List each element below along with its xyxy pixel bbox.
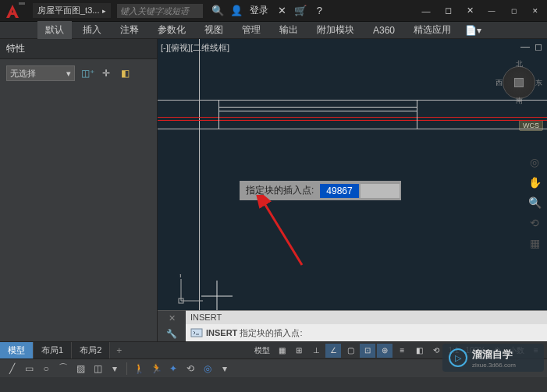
doc-minimize-button[interactable]: — [483, 4, 500, 18]
exchange-icon[interactable]: ✕ [276, 5, 287, 16]
status-grid-icon[interactable]: ▦ [274, 344, 289, 358]
tool-arc-icon[interactable]: ⌒ [56, 362, 70, 376]
title-bar: 房屋平面图_t3...▸ 键入关键字或短语 🔍 👤 登录 ✕ 🛒 ? — ◻ ✕… [0, 0, 547, 22]
restore-button[interactable]: ◻ [439, 4, 456, 18]
tool-circle-icon[interactable]: ○ [39, 362, 53, 376]
tool-run-icon[interactable]: 🏃 [149, 362, 163, 376]
drawing-area[interactable]: [-][俯视][二维线框] — ◻ 北 南 东 西 WCS ◎ ✋ 🔍 ⟲ ▦ [158, 39, 547, 341]
ribbon-tabs: 默认 插入 注释 参数化 视图 管理 输出 附加模块 A360 精选应用 📄▾ [0, 22, 547, 39]
ribbon-tab-a360[interactable]: A360 [365, 23, 403, 38]
minimize-button[interactable]: — [417, 4, 435, 18]
doc-restore-button[interactable]: ◻ [505, 4, 522, 18]
quick-props-icon[interactable]: ◧ [119, 67, 131, 79]
selection-dropdown[interactable]: 无选择▾ [6, 65, 75, 81]
tool-rect-icon[interactable]: ▭ [22, 362, 36, 376]
status-lwt-icon[interactable]: ≡ [394, 344, 410, 358]
tool-line-icon[interactable]: ╱ [5, 362, 19, 376]
quick-select-icon[interactable]: ◫⁺ [81, 67, 94, 79]
status-tran-icon[interactable]: ◧ [411, 344, 427, 358]
add-layout-button[interactable]: + [110, 344, 128, 358]
ribbon-tab-annotate[interactable]: 注释 [112, 21, 147, 39]
status-polar-icon[interactable]: ∠ [325, 344, 341, 358]
app-close-button[interactable]: ✕ [461, 4, 478, 18]
tool-more-icon[interactable]: ▾ [108, 362, 122, 376]
cmd-settings-icon[interactable]: 🔧 [158, 327, 186, 342]
app-logo[interactable] [3, 2, 28, 19]
doc-close-button[interactable]: ✕ [527, 4, 544, 18]
watermark: ▷ 溜溜自学 zixue.3d66.com [442, 344, 544, 372]
svg-rect-0 [19, 2, 25, 5]
ribbon-tab-output[interactable]: 输出 [272, 21, 306, 39]
sheet-tab-model[interactable]: 模型 [0, 342, 34, 358]
tool-orbit2-icon[interactable]: ⟲ [183, 362, 197, 376]
dynamic-input-value[interactable]: 49867 [320, 184, 358, 198]
ribbon-tab-default[interactable]: 默认 [37, 21, 72, 39]
command-line: ✕ 🔧 INSERT INSERT 指定块的插入点: [158, 310, 547, 341]
search-icon[interactable]: 🔍 [212, 5, 223, 16]
command-icon [190, 327, 203, 339]
properties-panel: 特性 无选择▾ ◫⁺ ✛ ◧ [0, 39, 158, 341]
status-model[interactable]: 模型 [252, 344, 272, 358]
tool-hatch-icon[interactable]: ▨ [73, 362, 87, 376]
watermark-logo-icon: ▷ [449, 348, 467, 367]
chevron-down-icon: ▾ [66, 69, 71, 79]
tool-extra-icon[interactable]: ▾ [218, 362, 232, 376]
crosshair-cursor [201, 281, 233, 312]
command-input[interactable]: INSERT 指定块的插入点: [186, 324, 547, 341]
properties-title: 特性 [0, 39, 157, 59]
cart-icon[interactable]: 🛒 [295, 5, 306, 16]
user-icon[interactable]: 👤 [231, 5, 242, 16]
svg-rect-8 [191, 329, 202, 337]
ribbon-tab-addin[interactable]: 附加模块 [309, 21, 362, 39]
command-history[interactable]: INSERT [186, 310, 547, 324]
ribbon-tab-view[interactable]: 视图 [197, 21, 231, 39]
login-link[interactable]: 登录 [250, 4, 268, 17]
ribbon-tab-insert[interactable]: 插入 [75, 21, 109, 39]
help-icon[interactable]: ? [314, 5, 325, 16]
sheet-tab-layout2[interactable]: 布局2 [72, 342, 110, 358]
status-otrack-icon[interactable]: ⊡ [360, 344, 375, 358]
svg-text:Y: Y [178, 274, 183, 279]
cmd-close-icon[interactable]: ✕ [158, 311, 186, 327]
status-osnap-icon[interactable]: ▢ [343, 344, 358, 358]
sheet-tab-layout1[interactable]: 布局1 [34, 342, 72, 358]
status-dyn-icon[interactable]: ⊕ [377, 344, 392, 358]
tool-walk-icon[interactable]: 🚶 [132, 362, 146, 376]
status-ortho-icon[interactable]: ⊥ [308, 344, 324, 358]
dynamic-input: 指定块的插入点: 49867 [240, 181, 401, 200]
ribbon-overflow-icon[interactable]: 📄▾ [465, 25, 481, 36]
tool-target-icon[interactable]: ◎ [201, 362, 215, 376]
dynamic-input-secondary[interactable] [361, 184, 400, 198]
search-input[interactable]: 键入关键字或短语 [117, 4, 203, 18]
dynamic-prompt-text: 指定块的插入点: [241, 182, 318, 199]
ribbon-tab-manage[interactable]: 管理 [234, 21, 268, 39]
ribbon-tab-parametric[interactable]: 参数化 [150, 21, 194, 39]
file-name[interactable]: 房屋平面图_t3...▸ [33, 3, 111, 18]
ribbon-tab-featured[interactable]: 精选应用 [406, 21, 459, 39]
select-icon[interactable]: ✛ [100, 67, 112, 79]
chevron-right-icon: ▸ [102, 7, 106, 15]
tool-region-icon[interactable]: ◫ [91, 362, 105, 376]
status-snap-icon[interactable]: ⊞ [291, 344, 307, 358]
tool-fly-icon[interactable]: ✦ [166, 362, 180, 376]
